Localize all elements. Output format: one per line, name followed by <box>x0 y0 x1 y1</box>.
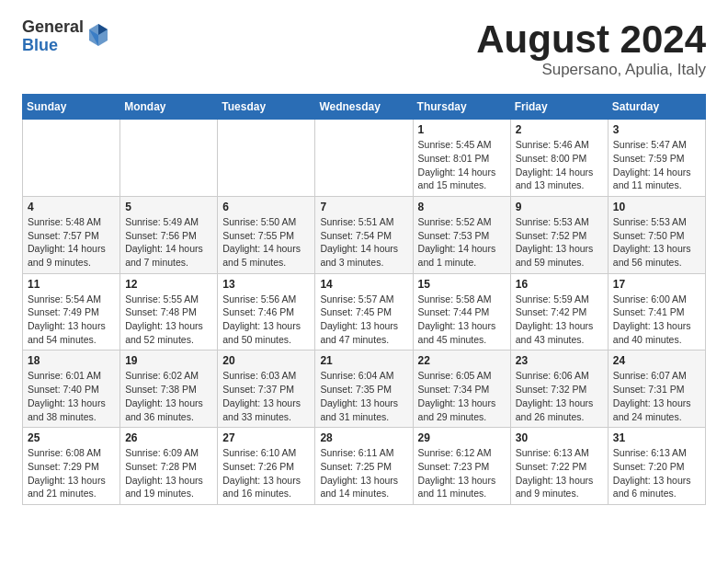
day-cell <box>315 120 413 197</box>
day-cell: 20Sunrise: 6:03 AMSunset: 7:37 PMDayligh… <box>218 350 315 428</box>
day-number: 12 <box>125 278 212 291</box>
days-header-row: SundayMondayTuesdayWednesdayThursdayFrid… <box>23 95 706 120</box>
week-row-5: 25Sunrise: 6:08 AMSunset: 7:29 PMDayligh… <box>23 428 706 505</box>
day-info: Sunrise: 5:52 AMSunset: 7:53 PMDaylight:… <box>418 215 506 270</box>
day-info: Sunrise: 6:06 AMSunset: 7:32 PMDaylight:… <box>516 369 603 423</box>
day-cell: 16Sunrise: 5:59 AMSunset: 7:42 PMDayligh… <box>510 273 608 350</box>
logo-blue: Blue <box>22 37 84 55</box>
day-number: 1 <box>418 123 506 136</box>
day-info: Sunrise: 5:47 AMSunset: 7:59 PMDaylight:… <box>613 138 700 192</box>
day-cell <box>218 120 315 197</box>
week-row-4: 18Sunrise: 6:01 AMSunset: 7:40 PMDayligh… <box>23 350 706 428</box>
day-info: Sunrise: 6:08 AMSunset: 7:29 PMDaylight:… <box>28 446 115 500</box>
day-number: 14 <box>320 278 407 291</box>
day-info: Sunrise: 6:01 AMSunset: 7:40 PMDaylight:… <box>28 369 115 423</box>
day-cell: 10Sunrise: 5:53 AMSunset: 7:50 PMDayligh… <box>608 196 705 273</box>
day-info: Sunrise: 6:04 AMSunset: 7:35 PMDaylight:… <box>320 369 407 423</box>
day-cell: 24Sunrise: 6:07 AMSunset: 7:31 PMDayligh… <box>608 350 705 428</box>
day-cell: 3Sunrise: 5:47 AMSunset: 7:59 PMDaylight… <box>608 120 705 197</box>
day-info: Sunrise: 6:02 AMSunset: 7:38 PMDaylight:… <box>125 369 212 423</box>
day-cell: 25Sunrise: 6:08 AMSunset: 7:29 PMDayligh… <box>23 428 120 505</box>
logo-text: General Blue <box>22 18 84 55</box>
day-info: Sunrise: 5:49 AMSunset: 7:56 PMDaylight:… <box>125 215 212 270</box>
day-info: Sunrise: 6:09 AMSunset: 7:28 PMDaylight:… <box>125 446 212 500</box>
day-cell: 27Sunrise: 6:10 AMSunset: 7:26 PMDayligh… <box>218 428 315 505</box>
calendar-table: SundayMondayTuesdayWednesdayThursdayFrid… <box>22 94 706 505</box>
day-number: 21 <box>320 354 407 367</box>
day-number: 13 <box>222 278 310 291</box>
day-cell: 17Sunrise: 6:00 AMSunset: 7:41 PMDayligh… <box>608 273 705 350</box>
day-number: 15 <box>418 278 506 291</box>
day-info: Sunrise: 6:07 AMSunset: 7:31 PMDaylight:… <box>613 369 700 423</box>
day-number: 25 <box>28 431 115 444</box>
day-cell: 19Sunrise: 6:02 AMSunset: 7:38 PMDayligh… <box>120 350 218 428</box>
day-info: Sunrise: 6:12 AMSunset: 7:23 PMDaylight:… <box>418 446 506 500</box>
day-cell: 11Sunrise: 5:54 AMSunset: 7:49 PMDayligh… <box>23 273 120 350</box>
day-number: 9 <box>516 201 603 213</box>
day-info: Sunrise: 5:53 AMSunset: 7:50 PMDaylight:… <box>613 215 700 270</box>
day-number: 20 <box>222 354 310 367</box>
day-cell: 6Sunrise: 5:50 AMSunset: 7:55 PMDaylight… <box>218 196 315 273</box>
day-cell <box>120 120 218 197</box>
week-row-2: 4Sunrise: 5:48 AMSunset: 7:57 PMDaylight… <box>23 196 706 273</box>
header: General Blue August 2024 Supersano, Apul… <box>22 18 706 79</box>
day-info: Sunrise: 5:56 AMSunset: 7:46 PMDaylight:… <box>222 293 310 347</box>
day-info: Sunrise: 5:59 AMSunset: 7:42 PMDaylight:… <box>516 293 603 347</box>
day-cell: 7Sunrise: 5:51 AMSunset: 7:54 PMDaylight… <box>315 196 413 273</box>
logo-icon <box>87 22 109 48</box>
day-cell: 22Sunrise: 6:05 AMSunset: 7:34 PMDayligh… <box>413 350 510 428</box>
day-cell: 28Sunrise: 6:11 AMSunset: 7:25 PMDayligh… <box>315 428 413 505</box>
day-number: 23 <box>516 354 603 367</box>
day-cell: 5Sunrise: 5:49 AMSunset: 7:56 PMDaylight… <box>120 196 218 273</box>
day-number: 2 <box>516 123 603 136</box>
day-cell <box>23 120 120 197</box>
day-cell: 4Sunrise: 5:48 AMSunset: 7:57 PMDaylight… <box>23 196 120 273</box>
day-number: 22 <box>418 354 506 367</box>
day-header-wednesday: Wednesday <box>315 95 413 120</box>
day-number: 28 <box>320 431 407 444</box>
day-number: 7 <box>320 201 407 213</box>
title-month: August 2024 <box>476 18 706 61</box>
day-info: Sunrise: 5:48 AMSunset: 7:57 PMDaylight:… <box>28 215 115 270</box>
day-number: 8 <box>418 201 506 213</box>
day-number: 31 <box>613 431 700 444</box>
day-cell: 18Sunrise: 6:01 AMSunset: 7:40 PMDayligh… <box>23 350 120 428</box>
day-cell: 14Sunrise: 5:57 AMSunset: 7:45 PMDayligh… <box>315 273 413 350</box>
day-info: Sunrise: 5:58 AMSunset: 7:44 PMDaylight:… <box>418 293 506 347</box>
day-info: Sunrise: 5:55 AMSunset: 7:48 PMDaylight:… <box>125 293 212 347</box>
day-cell: 9Sunrise: 5:53 AMSunset: 7:52 PMDaylight… <box>510 196 608 273</box>
week-row-3: 11Sunrise: 5:54 AMSunset: 7:49 PMDayligh… <box>23 273 706 350</box>
day-number: 3 <box>613 123 700 136</box>
day-info: Sunrise: 6:11 AMSunset: 7:25 PMDaylight:… <box>320 446 407 500</box>
day-cell: 8Sunrise: 5:52 AMSunset: 7:53 PMDaylight… <box>413 196 510 273</box>
day-header-sunday: Sunday <box>23 95 120 120</box>
day-cell: 29Sunrise: 6:12 AMSunset: 7:23 PMDayligh… <box>413 428 510 505</box>
day-number: 4 <box>28 201 115 213</box>
day-number: 24 <box>613 354 700 367</box>
logo-general: General <box>22 18 84 37</box>
day-cell: 13Sunrise: 5:56 AMSunset: 7:46 PMDayligh… <box>218 273 315 350</box>
day-info: Sunrise: 6:13 AMSunset: 7:20 PMDaylight:… <box>613 446 700 500</box>
day-info: Sunrise: 6:10 AMSunset: 7:26 PMDaylight:… <box>222 446 310 500</box>
day-number: 6 <box>222 201 310 213</box>
day-cell: 30Sunrise: 6:13 AMSunset: 7:22 PMDayligh… <box>510 428 608 505</box>
day-info: Sunrise: 5:50 AMSunset: 7:55 PMDaylight:… <box>222 215 310 270</box>
day-cell: 31Sunrise: 6:13 AMSunset: 7:20 PMDayligh… <box>608 428 705 505</box>
day-header-thursday: Thursday <box>413 95 510 120</box>
day-cell: 12Sunrise: 5:55 AMSunset: 7:48 PMDayligh… <box>120 273 218 350</box>
day-number: 5 <box>125 201 212 213</box>
day-number: 16 <box>516 278 603 291</box>
day-info: Sunrise: 6:00 AMSunset: 7:41 PMDaylight:… <box>613 293 700 347</box>
day-info: Sunrise: 5:46 AMSunset: 8:00 PMDaylight:… <box>516 138 603 192</box>
day-number: 19 <box>125 354 212 367</box>
day-cell: 15Sunrise: 5:58 AMSunset: 7:44 PMDayligh… <box>413 273 510 350</box>
day-number: 29 <box>418 431 506 444</box>
day-info: Sunrise: 5:45 AMSunset: 8:01 PMDaylight:… <box>418 138 506 192</box>
day-number: 17 <box>613 278 700 291</box>
day-header-saturday: Saturday <box>608 95 705 120</box>
day-cell: 2Sunrise: 5:46 AMSunset: 8:00 PMDaylight… <box>510 120 608 197</box>
day-header-monday: Monday <box>120 95 218 120</box>
day-number: 18 <box>28 354 115 367</box>
day-number: 27 <box>222 431 310 444</box>
day-number: 10 <box>613 201 700 213</box>
